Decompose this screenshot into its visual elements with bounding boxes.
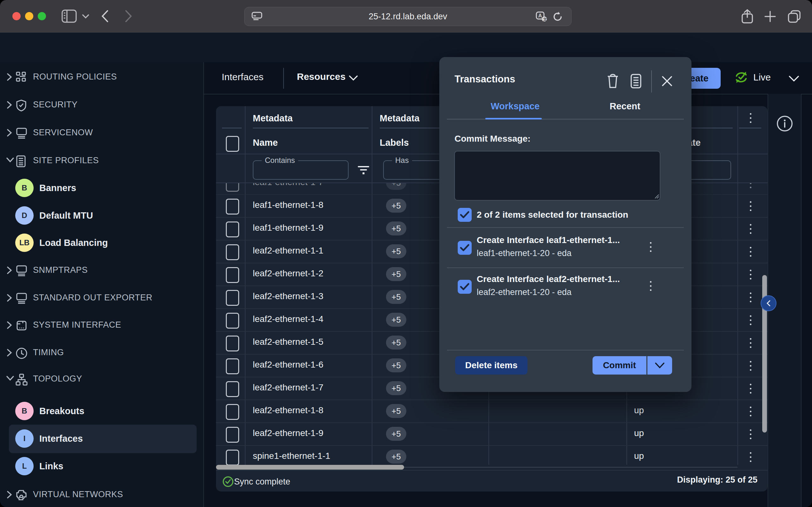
sidebar-toggle-icon[interactable] — [61, 9, 77, 23]
sidebar-item-virtual-networks[interactable]: VIRTUAL NETWORKS — [0, 485, 203, 504]
row-checkbox[interactable] — [226, 358, 239, 374]
labels-badge[interactable]: +5 — [386, 450, 406, 464]
row-checkbox[interactable] — [226, 381, 239, 397]
row-checkbox[interactable] — [226, 244, 239, 260]
row-checkbox[interactable] — [226, 199, 239, 215]
sidebar-item-timing[interactable]: TIMING — [0, 343, 203, 362]
sidebar-item-snmptraps[interactable]: SNMPTRAPS — [0, 261, 203, 280]
commit-button[interactable]: Commit — [593, 356, 647, 375]
row-kebab-icon[interactable] — [750, 338, 751, 348]
transaction-item-checkbox[interactable] — [458, 241, 472, 255]
row-checkbox[interactable] — [226, 267, 239, 283]
table-row[interactable]: spine1-ethernet-1-1 +5 up — [216, 445, 768, 465]
sidebar-item-links[interactable]: L Links — [0, 457, 203, 476]
row-checkbox[interactable] — [226, 450, 239, 465]
select-all-checkbox[interactable] — [226, 136, 239, 152]
reload-icon[interactable] — [552, 11, 563, 22]
info-icon[interactable] — [776, 115, 793, 132]
sidebar-item-site-profiles[interactable]: SITE PROFILES — [0, 151, 203, 170]
row-kebab-icon[interactable] — [750, 292, 751, 302]
row-kebab-icon[interactable] — [750, 429, 751, 439]
row-checkbox[interactable] — [226, 336, 239, 351]
labels-badge[interactable]: +5 — [386, 290, 406, 304]
labels-badge[interactable]: +5 — [386, 244, 406, 258]
row-checkbox[interactable] — [226, 404, 239, 420]
delete-items-button[interactable]: Delete items — [455, 356, 527, 375]
reader-view-icon[interactable] — [252, 12, 262, 21]
close-window-button[interactable] — [12, 12, 20, 20]
labels-badge[interactable]: +5 — [386, 313, 406, 327]
commit-message-input[interactable] — [454, 151, 660, 201]
sidebar-item-interfaces[interactable]: I Interfaces — [0, 429, 203, 448]
labels-badge[interactable]: +5 — [386, 381, 406, 395]
labels-badge[interactable]: +5 — [386, 404, 406, 418]
transaction-item-kebab-icon[interactable] — [650, 242, 652, 252]
sidebar-item-servicenow[interactable]: SERVICENOW — [0, 123, 203, 142]
tab-workspace[interactable]: Workspace — [491, 101, 540, 112]
row-kebab-icon[interactable] — [750, 224, 751, 234]
table-row[interactable]: leaf2-ethernet-1-9 +5 up — [216, 422, 768, 446]
forward-button[interactable] — [124, 10, 133, 22]
row-checkbox[interactable] — [226, 222, 239, 237]
horizontal-scrollbar[interactable] — [216, 465, 404, 469]
chevron-down-icon[interactable] — [348, 74, 358, 81]
row-kebab-icon[interactable] — [750, 247, 751, 257]
row-kebab-icon[interactable] — [750, 384, 751, 394]
commit-options-button[interactable] — [647, 356, 672, 375]
fullscreen-window-button[interactable] — [38, 12, 46, 20]
row-kebab-icon[interactable] — [750, 452, 751, 462]
row-checkbox[interactable] — [226, 427, 239, 443]
name-filter-input[interactable]: Contains — [253, 160, 349, 180]
transaction-log-icon[interactable] — [630, 73, 642, 89]
tab-overview-icon[interactable] — [787, 9, 801, 23]
collapse-drawer-button[interactable] — [761, 295, 776, 311]
row-kebab-icon[interactable] — [750, 406, 751, 416]
row-checkbox[interactable] — [226, 290, 239, 306]
sidebar-item-security[interactable]: SECURITY — [0, 95, 203, 114]
row-checkbox[interactable] — [226, 183, 239, 192]
share-icon[interactable] — [741, 9, 754, 24]
labels-badge[interactable]: +5 — [386, 427, 406, 441]
resources-dropdown[interactable]: Resources — [297, 71, 345, 82]
column-header-labels[interactable]: Labels — [380, 137, 409, 148]
column-header-name[interactable]: Name — [253, 137, 278, 148]
sidebar-item-standard-out-exporter[interactable]: STANDARD OUT EXPORTER — [0, 288, 203, 307]
tab-recent[interactable]: Recent — [610, 101, 641, 112]
transaction-item-checkbox[interactable] — [458, 280, 472, 294]
labels-badge[interactable]: +5 — [386, 222, 406, 235]
sidebar-item-default-mtu[interactable]: D Default MTU — [0, 206, 203, 225]
sidebar-item-routing-policies[interactable]: ROUTING POLICIES — [0, 67, 203, 87]
labels-badge[interactable]: +5 — [386, 336, 406, 349]
labels-badge[interactable]: +5 — [386, 267, 406, 281]
back-button[interactable] — [101, 10, 109, 22]
address-bar[interactable]: 25-12.rd.lab.eda.dev A 文 — [244, 7, 571, 26]
filter-icon[interactable] — [357, 164, 370, 176]
table-options-kebab-icon[interactable] — [750, 113, 751, 123]
transaction-item-kebab-icon[interactable] — [650, 281, 652, 291]
row-kebab-icon[interactable] — [750, 315, 751, 325]
close-icon[interactable] — [661, 75, 673, 88]
sidebar-dropdown-chevron-icon[interactable] — [82, 14, 90, 19]
sidebar-item-load-balancing[interactable]: LB Load Balancing — [0, 233, 203, 252]
minimize-window-button[interactable] — [25, 12, 33, 20]
row-kebab-icon[interactable] — [750, 183, 751, 188]
sidebar-item-system-interface[interactable]: SYSTEM INTERFACE — [0, 316, 203, 335]
row-kebab-icon[interactable] — [750, 361, 751, 371]
live-mode-label[interactable]: Live — [753, 72, 771, 83]
trash-icon[interactable] — [606, 73, 619, 89]
sidebar-item-banners[interactable]: B Banners — [0, 179, 203, 198]
sidebar-item-breakouts[interactable]: B Breakouts — [0, 402, 203, 421]
table-row[interactable]: leaf2-ethernet-1-8 +5 up — [216, 400, 768, 423]
sidebar-item-topology[interactable]: TOPOLOGY — [0, 370, 203, 389]
row-kebab-icon[interactable] — [750, 201, 751, 211]
labels-badge[interactable]: +5 — [386, 199, 406, 213]
textarea-resize-handle[interactable] — [654, 193, 659, 199]
labels-badge[interactable]: +5 — [386, 358, 406, 372]
labels-badge[interactable]: +5 — [386, 183, 406, 190]
row-checkbox[interactable] — [226, 313, 239, 329]
translate-icon[interactable]: A 文 — [536, 11, 547, 22]
select-all-transactions-checkbox[interactable] — [458, 208, 472, 222]
row-kebab-icon[interactable] — [750, 270, 751, 279]
live-dropdown-chevron-icon[interactable] — [788, 75, 800, 82]
new-tab-icon[interactable] — [764, 10, 776, 23]
